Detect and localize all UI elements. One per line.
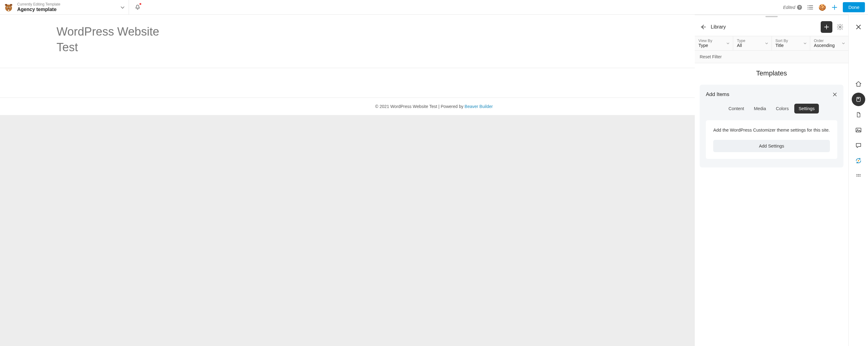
library-title: Library [711,24,816,30]
svg-point-13 [858,160,859,162]
filter-type[interactable]: Type All [733,36,772,50]
topbar: Currently Editing Template Agency templa… [0,0,868,15]
svg-rect-6 [8,9,9,11]
filter-sort-by[interactable]: Sort By Title [772,36,810,50]
template-title: Agency template [17,6,116,12]
svg-point-4 [9,7,10,8]
back-button[interactable] [700,24,707,30]
page-heading: WordPress Website Test [0,24,246,68]
close-icon[interactable] [832,92,837,97]
reset-filter-button[interactable]: Reset Filter [695,50,848,63]
tab-colors[interactable]: Colors [772,104,793,113]
home-icon[interactable] [852,77,865,91]
svg-point-2 [7,7,8,8]
library-add-button[interactable] [821,21,832,33]
right-rail [848,15,868,346]
editing-subtitle: Currently Editing Template [17,2,116,6]
settings-description: Add the WordPress Customizer theme setti… [713,127,830,134]
svg-rect-10 [857,97,860,101]
add-items-tabs: Content Media Colors Settings [706,104,837,113]
svg-point-17 [856,176,857,177]
svg-point-14 [856,174,857,175]
gear-icon[interactable] [837,24,843,30]
library-panel: Library View By Type Type All Sort By Ti… [695,15,848,346]
panel-drag-handle[interactable] [695,15,848,18]
add-settings-button[interactable]: Add Settings [713,140,830,152]
svg-point-9 [839,26,841,28]
chevron-down-icon [765,41,769,45]
tab-media[interactable]: Media [749,104,770,113]
sync-icon[interactable] [852,154,865,168]
svg-rect-11 [856,128,861,132]
image-icon[interactable] [852,123,865,137]
notification-dot-icon [140,3,141,5]
settings-box: Add the WordPress Customizer theme setti… [706,120,837,159]
page-icon[interactable] [852,108,865,122]
chevron-down-icon [803,41,807,45]
template-selector[interactable]: Currently Editing Template Agency templa… [17,2,116,12]
chevron-down-icon [842,41,845,45]
done-button[interactable]: Done [843,2,865,12]
add-button[interactable] [831,4,838,11]
comment-icon[interactable] [852,139,865,152]
svg-point-12 [857,129,858,130]
svg-point-8 [10,4,12,6]
chevron-down-icon[interactable] [120,5,125,10]
add-items-card: Add Items Content Media Colors Settings … [700,85,843,168]
bell-icon [134,4,141,10]
help-icon[interactable]: ? [797,5,802,10]
library-icon[interactable] [852,93,865,106]
tab-content[interactable]: Content [724,104,748,113]
cookie-icon[interactable]: 🍪 [818,3,827,12]
filter-view-by[interactable]: View By Type [695,36,733,50]
svg-point-19 [859,176,860,177]
add-items-title: Add Items [706,92,730,98]
apps-icon[interactable] [852,169,865,183]
filter-order[interactable]: Order Ascending [810,36,848,50]
svg-point-15 [858,174,859,175]
outline-icon[interactable] [807,4,814,11]
footer-link[interactable]: Beaver Builder [465,104,493,109]
beaver-logo-icon [4,2,13,12]
tab-settings[interactable]: Settings [794,104,819,113]
svg-point-18 [858,176,859,177]
templates-heading: Templates [700,69,843,77]
chevron-down-icon [726,41,730,45]
svg-point-16 [859,174,860,175]
notifications-button[interactable] [129,0,146,14]
edited-status: Edited ? [783,5,802,10]
close-panel-button[interactable] [852,20,865,34]
svg-point-7 [5,4,7,6]
filter-row: View By Type Type All Sort By Title Orde… [695,36,848,50]
